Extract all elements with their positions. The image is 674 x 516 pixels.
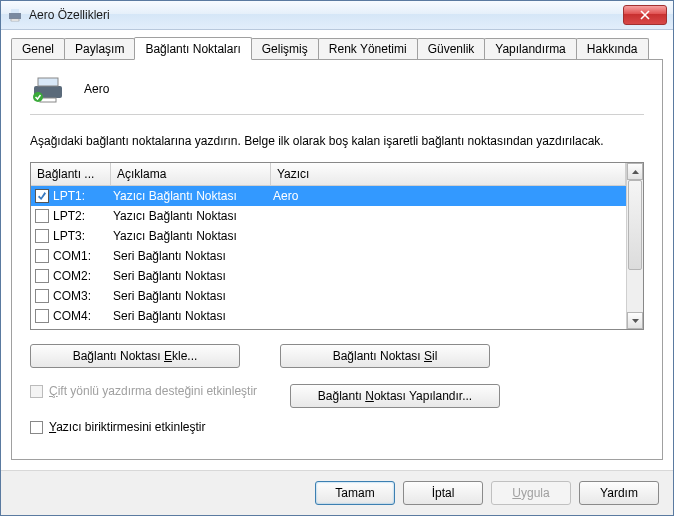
spool-checkbox-row[interactable]: Yazıcı biriktirmesini etkinleştir — [30, 420, 644, 436]
properties-window: Aero Özellikleri Genel Paylaşım Bağlantı… — [0, 0, 674, 516]
ports-list: Bağlantı ... Açıklama Yazıcı LPT1:Yazıcı… — [30, 162, 644, 330]
tab-label: Genel — [22, 42, 54, 56]
port-row[interactable]: COM3:Seri Bağlantı Noktası — [31, 286, 626, 306]
col-port[interactable]: Bağlantı ... — [31, 163, 111, 185]
window-title: Aero Özellikleri — [29, 8, 623, 22]
spool-label: Yazıcı biriktirmesini etkinleştir — [49, 420, 206, 436]
tab-label: Bağlantı Noktaları — [145, 42, 240, 56]
port-checkbox[interactable] — [35, 209, 49, 223]
port-checkbox[interactable] — [35, 309, 49, 323]
port-name: LPT2: — [53, 209, 113, 223]
port-printer: Aero — [273, 189, 626, 203]
mid-row: Çift yönlü yazdırma desteğini etkinleşti… — [30, 384, 644, 410]
tab-config[interactable]: Yapılandırma — [484, 38, 576, 59]
scroll-thumb[interactable] — [628, 180, 642, 270]
ports-description: Aşağıdaki bağlantı noktalarına yazdırın.… — [30, 133, 644, 150]
port-name: LPT3: — [53, 229, 113, 243]
port-desc: Yazıcı Bağlantı Noktası — [113, 229, 273, 243]
tab-sharing[interactable]: Paylaşım — [64, 38, 135, 59]
port-desc: Yazıcı Bağlantı Noktası — [113, 209, 273, 223]
tab-content: Aero Aşağıdaki bağlantı noktalarına yazd… — [11, 59, 663, 460]
tab-security[interactable]: Güvenlik — [417, 38, 486, 59]
titlebar[interactable]: Aero Özellikleri — [1, 1, 673, 30]
port-row[interactable]: LPT1:Yazıcı Bağlantı NoktasıAero — [31, 186, 626, 206]
bidi-checkbox-row: Çift yönlü yazdırma desteğini etkinleşti… — [30, 384, 260, 400]
port-row[interactable]: COM1:Seri Bağlantı Noktası — [31, 246, 626, 266]
col-desc[interactable]: Açıklama — [111, 163, 271, 185]
cancel-button[interactable]: İptal — [403, 481, 483, 505]
tab-ports[interactable]: Bağlantı Noktaları — [134, 37, 251, 60]
port-desc: Seri Bağlantı Noktası — [113, 309, 273, 323]
tab-label: Renk Yönetimi — [329, 42, 407, 56]
svg-rect-2 — [11, 19, 19, 21]
port-checkbox[interactable] — [35, 229, 49, 243]
port-checkbox[interactable] — [35, 269, 49, 283]
separator — [30, 114, 644, 115]
scroll-track[interactable] — [627, 180, 643, 312]
scroll-down-button[interactable] — [627, 312, 643, 329]
printer-app-icon — [7, 7, 23, 23]
port-checkbox[interactable] — [35, 289, 49, 303]
bidi-checkbox — [30, 385, 43, 398]
device-header: Aero — [30, 74, 644, 104]
port-name: COM1: — [53, 249, 113, 263]
port-name: COM4: — [53, 309, 113, 323]
printer-icon — [30, 74, 66, 104]
port-desc: Seri Bağlantı Noktası — [113, 249, 273, 263]
port-name: COM2: — [53, 269, 113, 283]
svg-rect-1 — [11, 9, 19, 13]
port-desc: Seri Bağlantı Noktası — [113, 289, 273, 303]
port-row[interactable]: COM2:Seri Bağlantı Noktası — [31, 266, 626, 286]
tab-label: Güvenlik — [428, 42, 475, 56]
port-row[interactable]: LPT2:Yazıcı Bağlantı Noktası — [31, 206, 626, 226]
tabstrip: Genel Paylaşım Bağlantı Noktaları Gelişm… — [1, 30, 673, 59]
svg-rect-4 — [38, 78, 58, 86]
tab-advanced[interactable]: Gelişmiş — [251, 38, 319, 59]
delete-port-button[interactable]: Bağlantı Noktası Sil — [280, 344, 490, 368]
port-row[interactable]: COM4:Seri Bağlantı Noktası — [31, 306, 626, 326]
apply-button: Uygula — [491, 481, 571, 505]
tab-label: Hakkında — [587, 42, 638, 56]
tab-label: Gelişmiş — [262, 42, 308, 56]
configure-port-button[interactable]: Bağlantı Noktası Yapılandır... — [290, 384, 500, 408]
tab-label: Paylaşım — [75, 42, 124, 56]
ok-button[interactable]: Tamam — [315, 481, 395, 505]
svg-point-6 — [33, 92, 43, 102]
help-button[interactable]: Yardım — [579, 481, 659, 505]
port-checkbox[interactable] — [35, 249, 49, 263]
ports-list-inner[interactable]: Bağlantı ... Açıklama Yazıcı LPT1:Yazıcı… — [31, 163, 626, 329]
close-button[interactable] — [623, 5, 667, 25]
list-header[interactable]: Bağlantı ... Açıklama Yazıcı — [31, 163, 626, 186]
port-buttons-row: Bağlantı Noktası Ekle... Bağlantı Noktas… — [30, 344, 644, 368]
port-name: COM3: — [53, 289, 113, 303]
col-printer[interactable]: Yazıcı — [271, 163, 626, 185]
tab-general[interactable]: Genel — [11, 38, 65, 59]
spool-checkbox[interactable] — [30, 421, 43, 434]
tab-about[interactable]: Hakkında — [576, 38, 649, 59]
port-name: LPT1: — [53, 189, 113, 203]
svg-rect-0 — [9, 13, 21, 19]
port-row[interactable]: LPT3:Yazıcı Bağlantı Noktası — [31, 226, 626, 246]
device-name: Aero — [84, 82, 109, 96]
bidi-label: Çift yönlü yazdırma desteğini etkinleşti… — [49, 384, 257, 400]
port-checkbox[interactable] — [35, 189, 49, 203]
tab-color[interactable]: Renk Yönetimi — [318, 38, 418, 59]
port-desc: Seri Bağlantı Noktası — [113, 269, 273, 283]
add-port-button[interactable]: Bağlantı Noktası Ekle... — [30, 344, 240, 368]
tab-label: Yapılandırma — [495, 42, 565, 56]
scrollbar[interactable] — [626, 163, 643, 329]
port-desc: Yazıcı Bağlantı Noktası — [113, 189, 273, 203]
dialog-footer: Tamam İptal Uygula Yardım — [1, 470, 673, 515]
scroll-up-button[interactable] — [627, 163, 643, 180]
list-body: LPT1:Yazıcı Bağlantı NoktasıAeroLPT2:Yaz… — [31, 186, 626, 326]
